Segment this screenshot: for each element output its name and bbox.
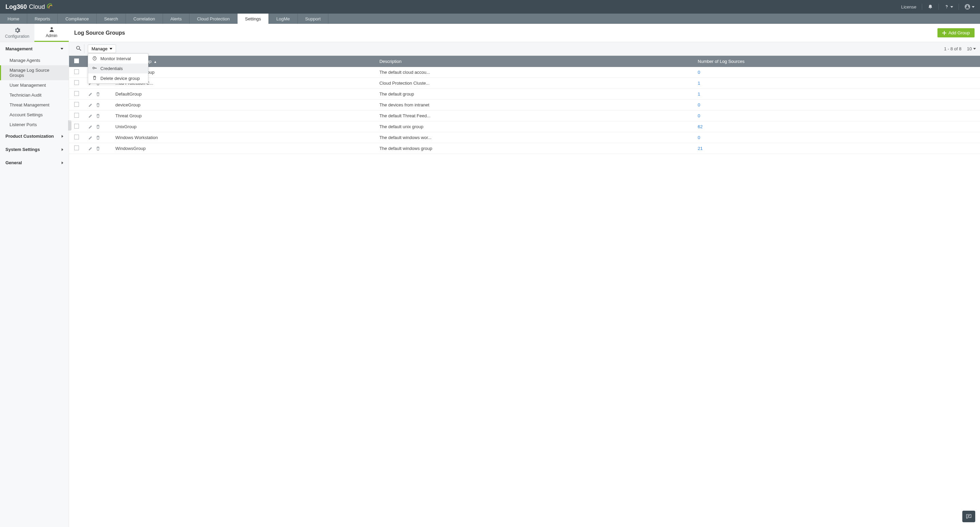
- svg-point-3: [51, 27, 53, 29]
- row-count: 0: [694, 111, 980, 121]
- chat-fab[interactable]: [962, 511, 975, 522]
- edit-icon[interactable]: [88, 124, 93, 130]
- sidebar-section-product-customization[interactable]: Product Customization: [0, 130, 69, 143]
- count-link[interactable]: 0: [698, 113, 700, 118]
- select-all-checkbox[interactable]: [74, 59, 79, 63]
- license-link[interactable]: License: [901, 5, 916, 10]
- main-nav-tab-support[interactable]: Support: [298, 14, 329, 24]
- sidebar-item-manage-log-source-groups[interactable]: Manage Log Source Groups: [0, 65, 69, 80]
- main-nav-tab-cloud-protection[interactable]: Cloud Protection: [189, 14, 237, 24]
- row-actions: [84, 89, 111, 100]
- manage-dropdown: Monitor IntervalCredentialsDelete device…: [88, 53, 148, 84]
- row-checkbox[interactable]: [74, 91, 79, 96]
- table-row: ...ud Account GroupThe default cloud acc…: [69, 67, 980, 78]
- sub-nav-tab-configuration[interactable]: Configuration: [0, 24, 34, 42]
- help-menu[interactable]: [944, 5, 953, 9]
- sidebar-section-system-settings[interactable]: System Settings: [0, 143, 69, 156]
- log-source-groups-table: Log Source Group▲ Description Number of …: [69, 56, 980, 154]
- row-name: ...ud Account Group: [111, 67, 375, 78]
- main-layout: ManagementManage AgentsManage Log Source…: [0, 42, 980, 527]
- row-count: 62: [694, 121, 980, 132]
- row-actions: [84, 111, 111, 121]
- edit-icon[interactable]: [88, 135, 93, 140]
- edit-icon[interactable]: [88, 113, 93, 119]
- logo-text-2: Cloud: [29, 3, 45, 11]
- select-all-header[interactable]: [69, 56, 84, 67]
- content: Manage Monitor IntervalCredentialsDelete…: [69, 42, 980, 527]
- delete-icon[interactable]: [95, 124, 100, 130]
- manage-menu-monitor-interval[interactable]: Monitor Interval: [88, 54, 148, 63]
- page-header: Log Source Groups Add Group: [69, 24, 980, 42]
- user-menu[interactable]: [964, 4, 975, 10]
- manage-menu-delete-device-group[interactable]: Delete device group: [88, 73, 148, 83]
- row-checkbox[interactable]: [74, 80, 79, 85]
- row-name: Windows Workstation: [111, 132, 375, 143]
- main-nav-tab-logme[interactable]: LogMe: [269, 14, 298, 24]
- count-link[interactable]: 0: [698, 135, 700, 140]
- add-group-label: Add Group: [948, 30, 970, 35]
- add-group-button[interactable]: Add Group: [937, 28, 975, 37]
- main-nav-tab-settings[interactable]: Settings: [237, 14, 269, 24]
- column-header-description[interactable]: Description: [375, 56, 694, 67]
- count-link[interactable]: 0: [698, 102, 700, 108]
- main-nav-tab-reports[interactable]: Reports: [27, 14, 58, 24]
- svg-point-4: [76, 46, 80, 49]
- row-checkbox[interactable]: [74, 113, 79, 117]
- delete-icon[interactable]: [95, 102, 100, 108]
- column-header-name[interactable]: Log Source Group▲: [111, 56, 375, 67]
- logo-text-1: Log360: [5, 3, 27, 11]
- manage-menu-credentials[interactable]: Credentials: [88, 63, 148, 73]
- count-link[interactable]: 62: [698, 124, 703, 129]
- row-checkbox[interactable]: [74, 69, 79, 74]
- main-nav-tab-compliance[interactable]: Compliance: [58, 14, 97, 24]
- row-checkbox-cell: [69, 111, 84, 121]
- delete-icon[interactable]: [95, 113, 100, 119]
- sidebar-section-management[interactable]: Management: [0, 42, 69, 56]
- sidebar-item-user-management[interactable]: User Management: [0, 80, 69, 90]
- sidebar-item-threat-management[interactable]: Threat Management: [0, 100, 69, 110]
- manage-button[interactable]: Manage Monitor IntervalCredentialsDelete…: [88, 44, 116, 53]
- sidebar-item-technician-audit[interactable]: Technician Audit: [0, 90, 69, 100]
- edit-icon[interactable]: [88, 146, 93, 151]
- notifications-icon[interactable]: [928, 4, 933, 10]
- delete-icon[interactable]: [95, 146, 100, 151]
- row-count: 21: [694, 143, 980, 154]
- svg-point-6: [93, 67, 95, 69]
- search-icon[interactable]: [73, 44, 84, 53]
- sidebar-item-listener-ports[interactable]: Listener Ports: [0, 120, 69, 130]
- sidebar-section-general[interactable]: General: [0, 156, 69, 169]
- sub-nav-tab-admin[interactable]: Admin: [34, 24, 69, 42]
- count-link[interactable]: 1: [698, 81, 700, 86]
- row-checkbox-cell: [69, 100, 84, 111]
- trash-icon: [92, 76, 97, 81]
- column-header-count[interactable]: Number of Log Sources: [694, 56, 980, 67]
- main-nav-tab-home[interactable]: Home: [0, 14, 27, 24]
- caret-right-icon: [62, 148, 63, 151]
- main-nav-tab-alerts[interactable]: Alerts: [163, 14, 189, 24]
- table-row: deviceGroupThe devices from intranet0: [69, 100, 980, 111]
- count-link[interactable]: 21: [698, 146, 703, 151]
- caret-right-icon: [62, 162, 63, 164]
- row-checkbox[interactable]: [74, 146, 79, 150]
- row-checkbox-cell: [69, 89, 84, 100]
- caret-down-icon: [973, 48, 976, 50]
- row-actions: [84, 143, 111, 154]
- row-name: DefaultGroup: [111, 89, 375, 100]
- count-link[interactable]: 0: [698, 70, 700, 75]
- row-checkbox[interactable]: [74, 124, 79, 129]
- sidebar-item-manage-agents[interactable]: Manage Agents: [0, 56, 69, 65]
- edit-icon[interactable]: [88, 92, 93, 97]
- main-nav-tab-search[interactable]: Search: [97, 14, 126, 24]
- pagesize-select[interactable]: 10: [967, 46, 976, 51]
- manage-label: Manage: [92, 46, 108, 51]
- row-checkbox[interactable]: [74, 135, 79, 140]
- count-link[interactable]: 1: [698, 92, 700, 97]
- delete-icon[interactable]: [95, 135, 100, 140]
- sidebar-item-account-settings[interactable]: Account Settings: [0, 110, 69, 120]
- caret-down-icon: [972, 6, 975, 8]
- delete-icon[interactable]: [95, 92, 100, 97]
- main-nav-tab-correlation[interactable]: Correlation: [126, 14, 163, 24]
- row-description: The devices from intranet: [375, 100, 694, 111]
- row-checkbox[interactable]: [74, 102, 79, 107]
- edit-icon[interactable]: [88, 102, 93, 108]
